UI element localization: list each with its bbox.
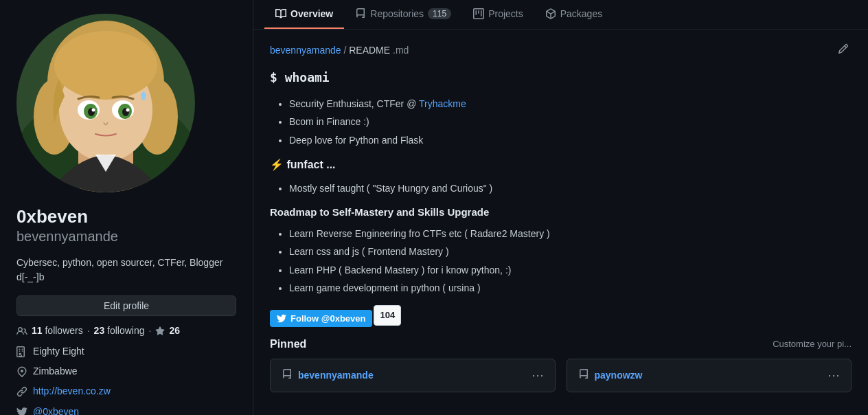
pinned-card-1-name[interactable]: bevennyamande xyxy=(298,370,374,381)
following-link[interactable]: 23 following xyxy=(94,325,145,336)
bio: Cybersec, python, open sourcer, CTFer, B… xyxy=(16,256,236,284)
readme-section: bevennyamande / README .md $ whoami Secu… xyxy=(253,30,868,338)
repo-icon xyxy=(355,8,366,19)
location-row: Zimbabwe xyxy=(16,366,236,377)
readme-bullet-2: Bcom in Finance :) xyxy=(289,114,852,129)
readme-breadcrumb: bevennyamande / README .md xyxy=(270,45,409,56)
breadcrumb-ext: .md xyxy=(393,45,409,56)
pinned-card-1-menu[interactable]: ⋯ xyxy=(532,369,544,381)
avatar xyxy=(16,14,195,192)
roadmap-bullets: Learn Reverse Engineering fro CTFs etc (… xyxy=(270,226,852,296)
org-row: Eighty Eight xyxy=(16,345,236,357)
website-link[interactable]: http://beven.co.zw xyxy=(33,385,111,396)
svg-point-15 xyxy=(126,109,130,112)
customize-link: Customize your pi... xyxy=(773,339,852,349)
roadmap-bullet-3: Learn PHP ( Backend Mastery ) for i know… xyxy=(289,262,852,278)
website-row: http://beven.co.zw xyxy=(16,385,236,397)
breadcrumb-filename: README xyxy=(349,45,390,56)
twitter-follow-button[interactable]: Follow @0xbeven xyxy=(270,310,372,327)
svg-point-7 xyxy=(54,31,157,100)
avatar-container: 🙂 xyxy=(16,14,195,192)
stars-icon xyxy=(155,325,165,336)
sidebar: 🙂 0xbeven bevennyamande Cybersec, python… xyxy=(0,0,253,415)
link-icon xyxy=(16,385,27,397)
twitter-icon xyxy=(16,405,27,415)
edit-profile-button[interactable]: Edit profile xyxy=(16,295,236,316)
pinned-card-2: paynowzw ⋯ xyxy=(567,359,852,392)
funfact-bullet-1: Mostly self taught ( "Stay Hungry and Cu… xyxy=(289,181,852,196)
org-icon xyxy=(16,345,27,357)
tryhackme-link[interactable]: Tryhackme xyxy=(419,98,466,109)
roadmap-bullet-1: Learn Reverse Engineering fro CTFs etc (… xyxy=(289,226,852,241)
project-icon xyxy=(473,8,484,19)
breadcrumb-repo-link[interactable]: bevennyamande xyxy=(270,45,341,56)
followers-icon xyxy=(16,324,27,337)
location-text: Zimbabwe xyxy=(33,366,78,377)
emoji-edit-button[interactable]: 🙂 xyxy=(168,165,190,187)
readme-bullets: Security Enthusiast, CTFer @ Tryhackme B… xyxy=(270,96,852,148)
pinned-card-1: bevennyamande ⋯ xyxy=(270,359,556,392)
org-name: Eighty Eight xyxy=(33,346,84,357)
book-icon xyxy=(275,8,286,19)
pinned-header: Pinned Customize your pi... xyxy=(270,338,852,350)
svg-point-14 xyxy=(92,109,95,112)
twitter-follow-row: Follow @0xbeven 104 xyxy=(270,304,852,327)
pinned-card-2-icon xyxy=(578,369,589,382)
funfact-heading: ⚡ funfact ... xyxy=(270,156,852,174)
twitter-btn-icon xyxy=(277,313,286,323)
pinned-title: Pinned xyxy=(270,338,306,350)
readme-header: bevennyamande / README .md xyxy=(270,41,852,60)
twitter-link[interactable]: @0xbeven xyxy=(33,406,79,415)
pencil-icon xyxy=(838,43,849,54)
tab-overview[interactable]: Overview xyxy=(264,0,344,29)
twitter-follow-count: 104 xyxy=(374,305,401,326)
readme-title: $ whoami xyxy=(270,68,852,88)
pinned-section: Pinned Customize your pi... bevennyamand… xyxy=(253,338,868,415)
main-content: Overview Repositories 115 Projects Packa… xyxy=(253,0,868,415)
roadmap-heading: Roadmap to Self-Mastery and Skills Upgra… xyxy=(270,204,852,221)
followers-row: 11 followers · 23 following · 26 xyxy=(16,324,236,337)
display-name: 0xbeven bevennyamande xyxy=(16,206,236,245)
pinned-card-1-icon xyxy=(282,369,293,382)
readme-edit-button[interactable] xyxy=(835,41,852,60)
repos-badge: 115 xyxy=(428,8,451,19)
funfact-bullets: Mostly self taught ( "Stay Hungry and Cu… xyxy=(270,181,852,196)
tab-projects[interactable]: Projects xyxy=(462,0,534,29)
pinned-card-2-name[interactable]: paynowzw xyxy=(595,370,643,381)
readme-body: $ whoami Security Enthusiast, CTFer @ Tr… xyxy=(270,68,852,327)
twitter-row: @0xbeven xyxy=(16,405,236,415)
location-icon xyxy=(16,366,27,377)
readme-bullet-3: Deep love for Python and Flask xyxy=(289,133,852,148)
roadmap-bullet-2: Learn css and js ( Frontend Mastery ) xyxy=(289,244,852,259)
followers-link[interactable]: 11 followers xyxy=(32,325,83,336)
stars-link[interactable]: 26 xyxy=(169,325,180,336)
tab-packages[interactable]: Packages xyxy=(534,0,613,29)
pinned-card-2-menu[interactable]: ⋯ xyxy=(827,369,840,381)
tab-repositories[interactable]: Repositories 115 xyxy=(344,0,462,29)
readme-bullet-1: Security Enthusiast, CTFer @ Tryhackme xyxy=(289,96,852,111)
roadmap-bullet-4: Learn game development in python ( ursin… xyxy=(289,280,852,295)
package-icon xyxy=(545,8,556,19)
tabs-nav: Overview Repositories 115 Projects Packa… xyxy=(253,0,868,30)
pinned-cards: bevennyamande ⋯ paynowzw ⋯ xyxy=(270,359,852,392)
